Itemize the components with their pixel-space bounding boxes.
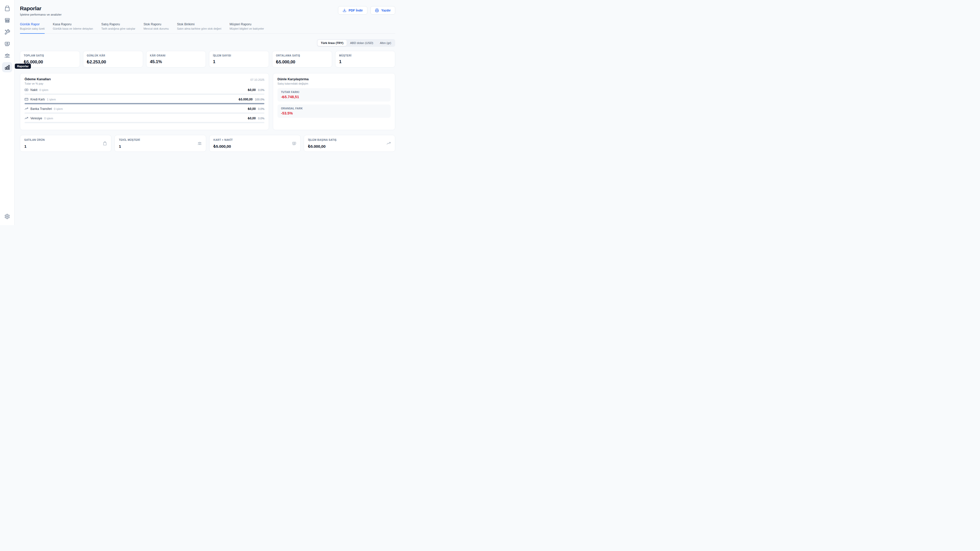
currency-toggle: Türk lirası (TRY) ABD doları (USD) Altın… — [317, 39, 395, 47]
tab-stok-raporu[interactable]: Stok Raporu Mevcut stok durumu — [143, 22, 169, 33]
banknote-icon — [4, 41, 10, 47]
payment-channels-panel: Ödeme Kanalları Tutar ve % pay 07.10.202… — [20, 73, 269, 130]
tab-kasa-raporu[interactable]: Kasa Raporu Günlük kasa ve ödeme detayla… — [53, 22, 93, 33]
currency-option-usd[interactable]: ABD doları (USD) — [347, 40, 377, 46]
stat-card-musteri: MÜŞTERİ 1 — [335, 51, 395, 67]
stat-card-gunluk-kar: GÜNLÜK KÂR ₺2.253,00 — [83, 51, 143, 67]
banknote-icon — [292, 141, 296, 146]
payment-channels-title: Ödeme Kanalları — [24, 77, 51, 81]
sidebar-item-store[interactable] — [2, 15, 12, 25]
page-subtitle: İşletme performansı ve analizler — [20, 13, 62, 16]
tab-stok-birikimi[interactable]: Stok Birikimi Satın alma tarihine göre s… — [177, 22, 221, 33]
sidebar-item-sales[interactable] — [2, 3, 12, 14]
sidebar — [0, 0, 14, 225]
tab-musteri-raporu[interactable]: Müşteri Raporu Müşteri bilgileri ve baki… — [229, 22, 264, 33]
sidebar-item-services[interactable] — [2, 27, 12, 37]
amount-difference-value: -₺5.748,51 — [281, 95, 387, 99]
bar-chart-icon — [4, 64, 10, 70]
store-icon — [4, 18, 10, 23]
progress-track — [24, 94, 264, 95]
bottom-card-tekil-musteri: TEKİL MÜŞTERİ 1 — [115, 135, 206, 152]
sidebar-item-settings[interactable] — [2, 211, 12, 221]
trending-up-icon — [387, 141, 391, 146]
page-header: Raporlar İşletme performansı ve analizle… — [20, 5, 395, 16]
bottom-card-satilan-urun: SATILAN ÜRÜN 1 — [20, 135, 111, 152]
payment-row-nakit: Nakit 0 işlem ₺0,00 0.0% — [24, 88, 264, 95]
users-icon — [4, 53, 10, 59]
stat-card-islem-sayisi: İŞLEM SAYISI 1 — [209, 51, 269, 67]
trending-up-icon — [24, 107, 29, 111]
report-date: 07.10.2025 — [250, 78, 264, 81]
credit-card-icon — [24, 97, 29, 101]
sidebar-item-cash[interactable] — [2, 38, 12, 49]
progress-fill — [24, 103, 264, 104]
pdf-download-button[interactable]: PDF İndir — [338, 6, 368, 14]
sidebar-item-reports[interactable] — [2, 62, 12, 72]
shopping-bag-icon — [103, 141, 107, 146]
bottom-stats-row: SATILAN ÜRÜN 1 TEKİL MÜŞTERİ 1 KART + NA… — [20, 135, 395, 152]
tab-satis-raporu[interactable]: Satış Raporu Tarih aralığına göre satışl… — [101, 22, 135, 33]
tab-gunluk-rapor[interactable]: Günlük Rapor Bugünün satış özeti — [20, 22, 45, 33]
banknote-icon — [24, 88, 29, 92]
currency-option-gold[interactable]: Altın (gr) — [377, 40, 395, 46]
shopping-bag-icon — [4, 6, 10, 11]
progress-track — [24, 113, 264, 114]
stats-row: TOPLAM SATIŞ ₺5.000,00 GÜNLÜK KÂR ₺2.253… — [20, 51, 395, 67]
trending-up-icon — [24, 116, 29, 120]
tools-icon — [4, 29, 10, 35]
percent-difference-value: -53.5% — [281, 111, 387, 115]
page-title: Raporlar — [20, 5, 62, 11]
print-button[interactable]: Yazdır — [371, 6, 395, 14]
comparison-title: Dünle Karşılaştırma — [277, 77, 309, 81]
stat-card-kar-orani: KÂR ORANI 45.1% — [146, 51, 206, 67]
printer-icon — [375, 8, 379, 12]
payment-row-veresiye: Veresiye 0 işlem ₺0,00 0.0% — [24, 116, 264, 123]
bottom-card-kart-nakit: KART + NAKİT ₺5.000,00 — [209, 135, 301, 152]
users-icon — [197, 141, 202, 146]
comparison-panel: Dünle Karşılaştırma Satış tutarındaki de… — [273, 73, 395, 130]
payment-row-kredi-karti: Kredi Kartı 1 işlem ₺5.000,00 100.0% — [24, 97, 264, 104]
bottom-card-islem-basina-satis: İŞLEM BAŞINA SATIŞ ₺5.000,00 — [304, 135, 395, 152]
comparison-percent-box: ORANSAL FARK -53.5% — [277, 105, 391, 118]
stat-card-ortalama-satis: ORTALAMA SATIŞ ₺5.000,00 — [272, 51, 332, 67]
sidebar-tooltip: Raporlar — [15, 64, 31, 69]
currency-option-try[interactable]: Türk lirası (TRY) — [318, 40, 347, 46]
main-content: Raporlar İşletme performansı ve analizle… — [14, 0, 401, 225]
payment-row-banka-transferi: Banka Transferi 0 işlem ₺0,00 0.0% — [24, 107, 264, 114]
comparison-amount-box: TUTAR FARKI -₺5.748,51 — [277, 88, 391, 102]
sidebar-item-customers[interactable] — [2, 50, 12, 61]
report-tabs: Günlük Rapor Bugünün satış özeti Kasa Ra… — [20, 22, 395, 34]
progress-track — [24, 122, 264, 123]
progress-track — [24, 103, 264, 104]
gear-icon — [4, 213, 10, 219]
download-icon — [343, 8, 347, 12]
